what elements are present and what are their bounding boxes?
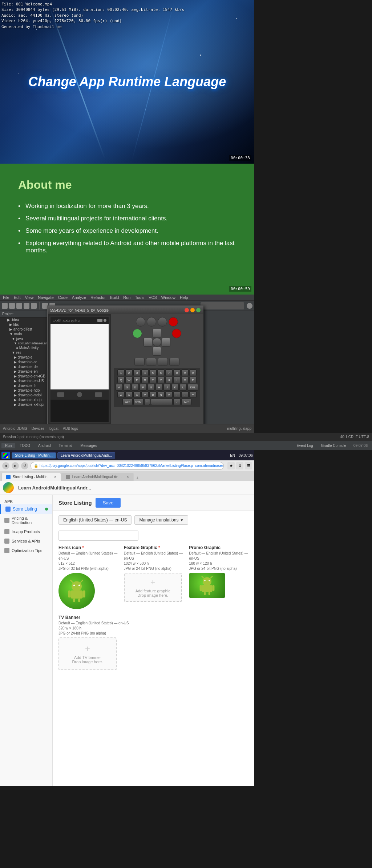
browser-icon-3: ☰ bbox=[245, 462, 252, 469]
tv-banner-label: TV Banner bbox=[58, 615, 248, 620]
ide-devices[interactable]: Devices bbox=[32, 427, 45, 431]
menu-window[interactable]: Window bbox=[161, 295, 175, 300]
browser-back-btn[interactable]: ◀ bbox=[2, 462, 9, 469]
ide-android-ddms[interactable]: Android DDMS bbox=[3, 427, 27, 431]
about-bullet-2: Several multilingual projects for intern… bbox=[18, 215, 236, 222]
kb-alt-left: ALT bbox=[122, 399, 133, 405]
ide-logcat[interactable]: logcat bbox=[49, 427, 58, 431]
svg-rect-5 bbox=[70, 591, 83, 599]
sidebar-item-in-app[interactable]: In-app Products bbox=[0, 527, 52, 536]
dpad-right bbox=[162, 338, 170, 347]
video-file-info: File: 001 Welcome.mp4 Size: 30940844 byt… bbox=[1, 1, 184, 29]
language-selector[interactable]: English (United States) — en-US bbox=[58, 515, 132, 525]
ide-bottom-bar: Android DDMS Devices logcat ADB logs mul… bbox=[0, 424, 254, 433]
taskbar-tab-2[interactable]: Learn AndroidMultilingualAndr... bbox=[57, 452, 115, 459]
hi-res-label: Hi-res icon * bbox=[58, 545, 118, 550]
android-button[interactable]: Android bbox=[35, 443, 54, 448]
taskbar-tab-1[interactable]: Store Listing - Multilin... bbox=[12, 452, 56, 459]
ide-time: 40:1 CRLF UTF-8 bbox=[340, 435, 369, 439]
promo-sublabel: Default — English (United States) — en-U… bbox=[189, 551, 248, 571]
kb-w: W bbox=[125, 377, 133, 383]
ide-adb-logs[interactable]: ADB logs bbox=[63, 427, 78, 431]
tv-banner-placeholder[interactable]: + Add TV banner Drop image here. bbox=[58, 637, 117, 670]
menu-tools[interactable]: Tools bbox=[135, 295, 144, 300]
svg-point-10 bbox=[203, 577, 211, 586]
hi-res-icon-section: Hi-res icon * Default — English (United … bbox=[58, 545, 118, 609]
svg-point-0 bbox=[72, 581, 82, 591]
promo-graphic-image[interactable] bbox=[189, 573, 225, 598]
menu-refactor[interactable]: Refactor bbox=[90, 295, 106, 300]
kb-3: 3 bbox=[133, 369, 141, 376]
menu-file[interactable]: File bbox=[3, 295, 9, 300]
kb-4: 4 bbox=[141, 369, 149, 376]
video-thumbnail: File: 001 Welcome.mp4 Size: 30940844 byt… bbox=[0, 0, 254, 164]
taskbar-time: 09:07:06 bbox=[239, 453, 253, 457]
menu-navigate[interactable]: Navigate bbox=[38, 295, 53, 300]
messages-button[interactable]: Messages bbox=[77, 443, 101, 448]
tree-drawable-de: ▶ drawable-de bbox=[0, 364, 50, 369]
menu-edit[interactable]: Edit bbox=[14, 295, 21, 300]
kb-5: 5 bbox=[149, 369, 157, 376]
menu-run[interactable]: Run bbox=[123, 295, 130, 300]
hi-res-sublabel: Default — English (United States) — en-U… bbox=[58, 551, 118, 571]
start-btn[interactable] bbox=[1, 452, 10, 459]
feature-sublabel: Default — English (United States) — en-U… bbox=[124, 551, 183, 571]
phone-body bbox=[50, 324, 109, 389]
save-button[interactable]: Save bbox=[96, 498, 121, 508]
ctrl-forward bbox=[158, 358, 168, 366]
feature-graphic-placeholder[interactable]: + Add feature graphic Drop image here. bbox=[124, 573, 182, 602]
tree-java: ▼ java bbox=[0, 336, 50, 341]
menu-analyze[interactable]: Analyze bbox=[72, 295, 86, 300]
menu-vcs[interactable]: VCS bbox=[149, 295, 157, 300]
sidebar-item-pricing[interactable]: Pricing & Distribution bbox=[0, 514, 52, 527]
event-log-button[interactable]: Event Log bbox=[293, 443, 317, 448]
sidebar-item-store-listing[interactable]: Store Listing bbox=[0, 504, 52, 514]
feature-label: Feature Graphic * bbox=[124, 545, 183, 550]
ide-clock: 09:07:06 bbox=[351, 444, 371, 448]
kb-d: D bbox=[132, 384, 139, 391]
app-title-input[interactable] bbox=[58, 531, 138, 541]
kb-enter: ↵ bbox=[189, 391, 197, 398]
tab-1-close[interactable]: × bbox=[54, 475, 56, 479]
menu-help[interactable]: Help bbox=[180, 295, 188, 300]
kb-slash: / bbox=[173, 399, 181, 405]
tree-main: ▼ main bbox=[0, 332, 50, 336]
browser-forward-btn[interactable]: ▶ bbox=[12, 462, 19, 469]
gradle-console-button[interactable]: Gradle Console bbox=[318, 443, 350, 448]
video-title: Change App Runtime Language bbox=[13, 74, 242, 89]
phone-screen: برنامج متعدد اللغات bbox=[49, 316, 110, 423]
run-button[interactable]: Run bbox=[1, 443, 15, 448]
manage-translations-btn[interactable]: Manage translations ▼ bbox=[134, 515, 188, 525]
svg-line-12 bbox=[211, 576, 213, 578]
new-tab-btn[interactable]: + bbox=[134, 475, 141, 481]
taskbar-lang: EN bbox=[230, 453, 235, 457]
ctrl-back bbox=[134, 358, 145, 366]
todo-button[interactable]: TODO bbox=[16, 443, 34, 448]
ide-window: File Edit View Navigate Code Analyze Ref… bbox=[0, 295, 254, 433]
pricing-icon bbox=[4, 518, 9, 523]
tree-drawable-en-rgb: ▶ drawable-en-rGB bbox=[0, 374, 50, 379]
kb-0: 0 bbox=[189, 369, 197, 376]
tree-mainactivity: ● MainActivity bbox=[0, 345, 50, 350]
browser-refresh-btn[interactable]: ↺ bbox=[21, 462, 28, 469]
nav-home-btn bbox=[77, 392, 82, 397]
kb-q: Q bbox=[117, 377, 125, 383]
menu-build[interactable]: Build bbox=[110, 295, 119, 300]
console-main-content: Store Listing Save English (United State… bbox=[53, 495, 254, 786]
browser-url-bar[interactable]: 🔒 https://play.google.com/apps/publish/?… bbox=[31, 462, 224, 470]
browser-tab-1[interactable]: Store Listing - Multilin... × bbox=[1, 473, 61, 481]
menu-code[interactable]: Code bbox=[58, 295, 68, 300]
kb-p: P bbox=[189, 377, 197, 383]
terminal-button[interactable]: Terminal bbox=[55, 443, 76, 448]
sidebar-item-optimization[interactable]: Optimization Tips bbox=[0, 546, 52, 555]
sidebar-item-services[interactable]: Services & APIs bbox=[0, 536, 52, 546]
hi-res-icon-image[interactable] bbox=[58, 573, 95, 609]
console-layout: APK Store Listing Pricing & Distribution… bbox=[0, 495, 254, 786]
menu-view[interactable]: View bbox=[25, 295, 34, 300]
browser-tab-2[interactable]: Learn AndroidMultilingual Andro... × bbox=[61, 473, 134, 481]
kb-z: Z bbox=[117, 391, 125, 398]
about-timestamp: 00:00:59 bbox=[229, 286, 251, 292]
console-sidebar: APK Store Listing Pricing & Distribution… bbox=[0, 495, 53, 786]
console-app-name: Learn AndroidMultilingualAndr... bbox=[18, 485, 91, 491]
tab-2-close[interactable]: × bbox=[127, 475, 129, 479]
